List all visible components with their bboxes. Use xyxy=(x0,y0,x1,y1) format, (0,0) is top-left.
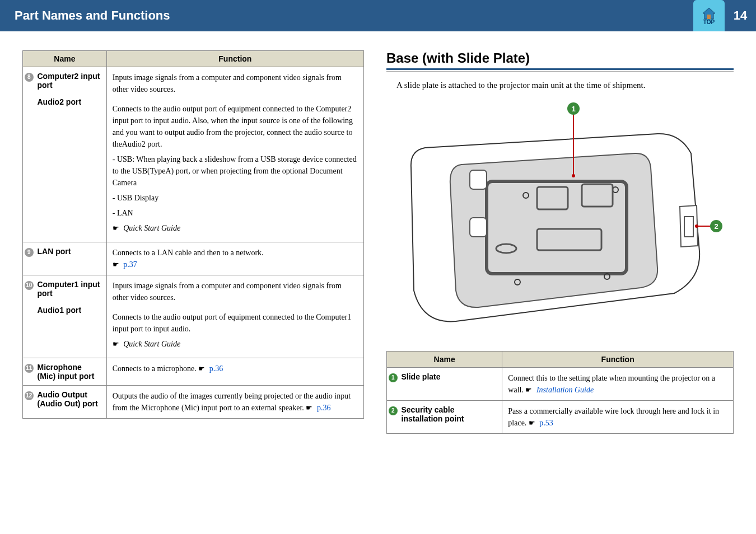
table-row: 12 Audio Output (Audio Out) port Outputs… xyxy=(23,386,364,419)
svg-rect-1 xyxy=(707,15,711,19)
svg-text:2: 2 xyxy=(714,222,718,231)
pointer-icon xyxy=(525,384,533,390)
table-row: 11 Microphone (Mic) input port Connects … xyxy=(23,358,364,386)
slide-plate-diagram: 1 2 xyxy=(394,100,725,341)
table-row: 10 Computer1 input port Audio1 port Inpu… xyxy=(23,275,364,358)
svg-text:1: 1 xyxy=(571,105,575,113)
svg-rect-4 xyxy=(470,218,487,237)
part-name: Slide plate xyxy=(402,372,441,381)
page-link[interactable]: p.37 xyxy=(123,260,137,269)
table-row: 8 Computer2 input port Audio2 port Input… xyxy=(23,67,364,242)
top-badge[interactable]: TOP xyxy=(693,0,725,31)
row-num-badge: 2 xyxy=(389,406,398,415)
pointer-icon xyxy=(306,402,314,407)
page-link[interactable]: p.36 xyxy=(317,404,331,412)
pointer-icon xyxy=(113,338,120,344)
page-number: 14 xyxy=(725,0,756,31)
col-header-function: Function xyxy=(106,51,363,67)
guide-link[interactable]: Installation Guide xyxy=(536,386,594,394)
page-link[interactable]: p.53 xyxy=(539,419,553,427)
section-underline xyxy=(386,68,734,72)
guide-link[interactable]: Quick Start Guide xyxy=(123,224,180,232)
port-name: Computer2 input port xyxy=(38,72,101,90)
func-text: Connects to a microphone. xyxy=(113,364,199,373)
func-text: - USB Display xyxy=(113,192,358,204)
right-column: Base (with Slide Plate) A slide plate is… xyxy=(386,50,734,434)
func-text: Inputs image signals from a computer and… xyxy=(113,72,358,95)
content-area: Name Function 8 Computer2 input port Aud… xyxy=(0,31,756,445)
row-num-badge: 9 xyxy=(25,248,34,257)
header-title: Part Names and Functions xyxy=(15,8,170,23)
guide-link[interactable]: Quick Start Guide xyxy=(123,340,180,348)
page-link[interactable]: p.36 xyxy=(209,364,223,373)
row-num-badge: 11 xyxy=(25,364,34,373)
part-name: Security cable installation point xyxy=(402,405,464,423)
port-name: Audio1 port xyxy=(38,306,101,315)
port-name: Computer1 input port xyxy=(38,280,101,298)
section-title: Base (with Slide Plate) xyxy=(386,50,734,66)
pointer-icon xyxy=(198,363,206,368)
col-header-function: Function xyxy=(502,352,734,368)
func-text: Inputs image signals from a computer and… xyxy=(113,280,358,303)
svg-rect-3 xyxy=(470,170,487,189)
port-name: LAN port xyxy=(38,247,71,256)
port-name: Audio2 port xyxy=(38,97,101,106)
func-text: Connects to a LAN cable and then to a ne… xyxy=(113,249,264,257)
pointer-icon xyxy=(113,222,120,228)
func-text: - LAN xyxy=(113,207,358,219)
left-column: Name Function 8 Computer2 input port Aud… xyxy=(22,50,364,434)
col-header-name: Name xyxy=(23,51,107,67)
port-name: Audio Output (Audio Out) port xyxy=(38,390,98,408)
parts-table-left: Name Function 8 Computer2 input port Aud… xyxy=(22,50,364,419)
row-num-badge: 10 xyxy=(25,281,34,290)
pointer-icon xyxy=(113,259,120,264)
row-num-badge: 12 xyxy=(25,391,34,400)
page-header: Part Names and Functions TOP 14 xyxy=(0,0,756,31)
row-num-badge: 8 xyxy=(25,73,34,82)
func-text: - USB: When playing back a slideshow fro… xyxy=(113,153,358,189)
table-row: 1 Slide plate Connect this to the settin… xyxy=(387,368,734,401)
func-text: Connects to the audio output port of equ… xyxy=(113,103,358,150)
table-row: 9 LAN port Connects to a LAN cable and t… xyxy=(23,242,364,275)
parts-table-right: Name Function 1 Slide plate Connect this… xyxy=(386,351,734,434)
func-text: Connects to the audio output port of equ… xyxy=(113,311,358,335)
home-icon xyxy=(701,7,717,20)
pointer-icon xyxy=(529,417,536,423)
top-label: TOP xyxy=(703,19,715,25)
intro-text: A slide plate is attached to the project… xyxy=(396,81,734,90)
col-header-name: Name xyxy=(387,352,502,368)
row-num-badge: 1 xyxy=(389,373,398,382)
func-text: Outputs the audio of the images currentl… xyxy=(113,392,351,412)
port-name: Microphone (Mic) input port xyxy=(38,363,95,381)
table-row: 2 Security cable installation point Pass… xyxy=(387,401,734,434)
svg-point-15 xyxy=(572,174,575,177)
svg-point-19 xyxy=(695,224,698,228)
header-right: TOP 14 xyxy=(693,0,756,31)
